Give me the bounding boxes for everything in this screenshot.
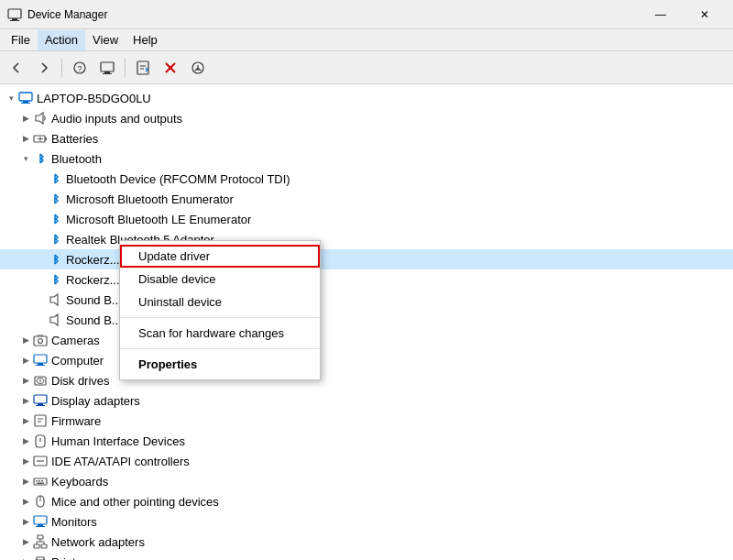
- cameras-label: Cameras: [51, 334, 100, 347]
- tree-bt-sound1[interactable]: ▶ Sound B...: [0, 290, 733, 310]
- ide-icon: [33, 454, 48, 468]
- tree-audio[interactable]: ▶ Audio inputs and outputs: [0, 108, 733, 128]
- print-icon: [33, 555, 48, 560]
- bt-rockerz2-icon: [48, 272, 62, 287]
- tree-display[interactable]: ▶ Display adapters: [0, 390, 733, 411]
- ctx-update-driver[interactable]: Update driver: [120, 245, 320, 268]
- ctx-sep1: [120, 317, 320, 318]
- svg-rect-31: [35, 415, 46, 426]
- disk-label: Disk drives: [51, 374, 110, 388]
- menu-view[interactable]: View: [85, 30, 126, 50]
- tree-monitors[interactable]: ▶ Monitors: [0, 511, 733, 532]
- audio-label: Audio inputs and outputs: [51, 112, 182, 126]
- toolbar-uninstall[interactable]: [158, 55, 183, 81]
- menu-file[interactable]: File: [4, 30, 38, 50]
- window-controls: — ✕: [640, 0, 726, 29]
- print-expander: ▶: [18, 555, 33, 560]
- tree-ide[interactable]: ▶ IDE ATA/ATAPI controllers: [0, 451, 733, 471]
- root-expander: ▾: [4, 91, 18, 105]
- network-icon: [33, 534, 48, 549]
- computer-expander: ▶: [18, 353, 33, 368]
- network-expander: ▶: [18, 534, 33, 549]
- tree-bt-rfcomm[interactable]: ▶ Bluetooth Device (RFCOMM Protocol TDI): [0, 169, 733, 189]
- audio-icon: [33, 111, 48, 126]
- tree-keyboards[interactable]: ▶ Keyboards: [0, 471, 733, 491]
- minimize-button[interactable]: —: [640, 0, 682, 29]
- svg-rect-7: [103, 73, 112, 74]
- menu-bar: File Action View Help: [0, 29, 733, 51]
- svg-rect-2: [10, 20, 19, 21]
- tree-hid[interactable]: ▶ Human Interface Devices: [0, 431, 733, 451]
- tree-disk[interactable]: ▶ Disk drives: [0, 370, 733, 390]
- tree-bt-sound2[interactable]: ▶ Sound B...: [0, 310, 733, 330]
- mice-expander: ▶: [18, 494, 33, 509]
- ctx-uninstall-device[interactable]: Uninstall device: [120, 291, 320, 313]
- toolbar-back[interactable]: [4, 55, 29, 81]
- svg-rect-23: [38, 363, 43, 365]
- ide-label: IDE ATA/ATAPI controllers: [51, 455, 190, 468]
- svg-point-21: [38, 339, 43, 344]
- audio-expander: ▶: [18, 111, 33, 126]
- tree-bt-rockerz1[interactable]: ▶ Rockerz...: [0, 249, 733, 269]
- display-icon: [33, 393, 48, 408]
- disk-expander: ▶: [18, 373, 33, 388]
- tree-bluetooth[interactable]: ▾ Bluetooth: [0, 148, 733, 169]
- keyboards-expander: ▶: [18, 474, 33, 489]
- svg-rect-38: [41, 480, 43, 482]
- tree-network[interactable]: ▶ Network adapters: [0, 532, 733, 552]
- ctx-properties-label: Properties: [138, 357, 197, 371]
- ctx-scan-hardware[interactable]: Scan for hardware changes: [120, 322, 320, 345]
- svg-rect-46: [34, 544, 39, 548]
- tree-mice[interactable]: ▶ Mice and other pointing devices: [0, 491, 733, 511]
- computer-label: Computer: [51, 354, 104, 368]
- ctx-disable-device[interactable]: Disable device: [120, 268, 320, 291]
- toolbar-help[interactable]: ?: [67, 55, 93, 81]
- root-label: LAPTOP-B5DGO0LU: [37, 92, 151, 105]
- svg-rect-47: [41, 544, 47, 548]
- svg-point-27: [39, 380, 41, 382]
- bluetooth-label: Bluetooth: [51, 152, 102, 166]
- bt-enum-icon: [48, 192, 62, 206]
- tree-bt-rockerz2[interactable]: ▶ Rockerz...: [0, 269, 733, 290]
- display-label: Display adapters: [51, 394, 140, 408]
- app-icon: [7, 7, 22, 22]
- display-expander: ▶: [18, 393, 33, 408]
- svg-rect-24: [36, 365, 45, 366]
- tree-bt-le[interactable]: ▶ Microsoft Bluetooth LE Enumerator: [0, 209, 733, 229]
- svg-marker-15: [36, 113, 43, 124]
- svg-rect-43: [38, 524, 43, 526]
- tree-batteries[interactable]: ▶ Batteries: [0, 128, 733, 148]
- tree-print[interactable]: ▶ Print queues: [0, 552, 733, 560]
- batteries-icon: [33, 131, 48, 146]
- tree-firmware[interactable]: ▶ Firmware: [0, 411, 733, 431]
- svg-rect-44: [36, 526, 45, 527]
- cameras-expander: ▶: [18, 333, 33, 347]
- bt-sound2-label: Sound B...: [66, 313, 122, 327]
- batteries-expander: ▶: [18, 131, 33, 146]
- svg-rect-8: [137, 61, 148, 74]
- tree-bt-enum[interactable]: ▶ Microsoft Bluetooth Enumerator: [0, 189, 733, 209]
- svg-rect-1: [12, 18, 17, 20]
- toolbar-properties[interactable]: [94, 55, 120, 81]
- bt-rfcomm-icon: [48, 171, 62, 186]
- toolbar-update-driver[interactable]: [130, 55, 156, 81]
- hid-expander: ▶: [18, 434, 33, 448]
- toolbar-scan[interactable]: [185, 55, 211, 81]
- svg-rect-14: [21, 103, 30, 104]
- bt-rockerz1-icon: [48, 252, 62, 267]
- hid-label: Human Interface Devices: [51, 434, 185, 448]
- mice-label: Mice and other pointing devices: [51, 495, 219, 509]
- svg-rect-0: [8, 9, 21, 18]
- monitors-icon: [33, 514, 48, 529]
- tree-computer[interactable]: ▶ Computer: [0, 350, 733, 370]
- tree-bt-realtek[interactable]: ▶ Realtek Bluetooth 5 Adapter: [0, 229, 733, 249]
- tree-root[interactable]: ▾ LAPTOP-B5DGO0LU: [0, 88, 733, 108]
- ctx-properties[interactable]: Properties: [120, 353, 320, 376]
- menu-help[interactable]: Help: [126, 30, 165, 50]
- toolbar-forward[interactable]: [31, 55, 57, 81]
- close-button[interactable]: ✕: [684, 0, 726, 29]
- bluetooth-icon: [33, 151, 48, 166]
- tree-cameras[interactable]: ▶ Cameras: [0, 330, 733, 350]
- device-tree-panel[interactable]: ▾ LAPTOP-B5DGO0LU ▶ Audio inputs and out…: [0, 84, 733, 560]
- menu-action[interactable]: Action: [38, 30, 85, 50]
